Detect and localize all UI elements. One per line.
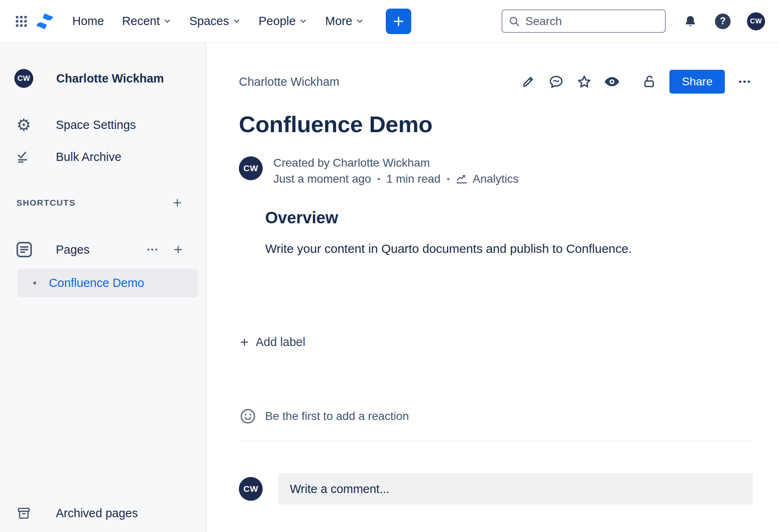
ellipsis-icon <box>738 75 752 89</box>
page-tree-item-confluence-demo[interactable]: • Confluence Demo <box>17 268 198 297</box>
add-label-button[interactable]: Add label <box>239 335 305 349</box>
pages-label: Pages <box>56 243 89 257</box>
page-title: Confluence Demo <box>239 111 753 138</box>
shortcuts-header: SHORTCUTS <box>0 195 206 210</box>
page-body: Overview Write your content in Quarto do… <box>265 209 753 257</box>
space-name: Charlotte Wickham <box>56 72 164 85</box>
notifications-button[interactable] <box>682 13 699 30</box>
breadcrumb[interactable]: Charlotte Wickham <box>239 75 339 89</box>
create-button[interactable] <box>386 9 411 34</box>
sidebar-item-space-settings[interactable]: ⚙ Space Settings <box>0 112 206 138</box>
comments-divider <box>239 441 753 441</box>
app-switcher-button[interactable] <box>12 12 30 30</box>
profile-avatar[interactable]: CW <box>747 12 765 30</box>
nav-item-recent[interactable]: Recent <box>122 14 171 28</box>
share-button-label: Share <box>682 75 713 88</box>
add-label-text: Add label <box>256 335 305 349</box>
star-icon <box>577 74 592 89</box>
reaction-prompt-text: Be the first to add a reaction <box>265 410 409 423</box>
help-button[interactable]: ? <box>715 14 731 29</box>
separator-dot: • <box>377 174 380 184</box>
analytics-label: Analytics <box>472 172 518 186</box>
plus-icon <box>172 197 183 209</box>
restrictions-button[interactable] <box>642 73 658 90</box>
comment-row: CW Write a comment... <box>239 473 753 504</box>
nav-home-label: Home <box>72 14 104 28</box>
archive-box-icon <box>17 506 31 520</box>
star-button[interactable] <box>576 73 592 90</box>
author-avatar[interactable]: CW <box>239 156 263 180</box>
read-time-text: 1 min read <box>386 172 440 186</box>
search-input[interactable] <box>525 15 659 28</box>
page-tree-item-label: Confluence Demo <box>49 276 144 290</box>
comment-button[interactable] <box>548 73 564 90</box>
profile-avatar-initials: CW <box>750 17 762 25</box>
nav-item-home[interactable]: Home <box>72 14 104 28</box>
space-avatar: CW <box>14 69 33 88</box>
add-shortcut-button[interactable] <box>172 197 183 209</box>
nav-item-more[interactable]: More <box>325 14 364 28</box>
bulk-archive-icon <box>17 150 31 164</box>
topnav-right-cluster: ? CW <box>502 9 765 33</box>
add-reaction-button[interactable] <box>239 407 257 425</box>
space-sidebar: CW Charlotte Wickham ⚙ Space Settings Bu… <box>0 43 206 532</box>
question-mark-icon: ? <box>720 16 726 27</box>
nav-people-label: People <box>259 14 296 28</box>
search-icon <box>508 15 520 28</box>
analytics-link[interactable]: Analytics <box>456 172 518 186</box>
page-header-row: Charlotte Wickham Share <box>239 70 753 94</box>
comment-placeholder-text: Write a comment... <box>290 482 390 496</box>
chevron-down-icon <box>163 17 171 25</box>
edit-button[interactable] <box>520 73 536 90</box>
pages-icon <box>15 241 33 259</box>
ellipsis-icon <box>146 243 158 256</box>
sidebar-item-bulk-archive[interactable]: Bulk Archive <box>0 144 206 170</box>
bell-icon <box>684 15 697 28</box>
nav-item-people[interactable]: People <box>259 14 307 28</box>
nav-item-spaces[interactable]: Spaces <box>189 14 241 28</box>
analytics-chart-icon <box>456 173 468 185</box>
page-bullet: • <box>33 277 37 289</box>
confluence-logo-icon <box>35 12 54 31</box>
unlock-icon <box>642 74 657 89</box>
nav-recent-label: Recent <box>122 14 160 28</box>
top-navigation-bar: Home Recent Spaces People More ? <box>0 0 779 43</box>
nav-spaces-label: Spaces <box>189 14 229 28</box>
more-actions-button[interactable] <box>736 73 753 90</box>
commenter-avatar: CW <box>239 477 263 501</box>
comment-bubble-icon <box>549 74 564 89</box>
share-button[interactable]: Share <box>669 70 725 94</box>
confluence-logo[interactable] <box>35 12 54 31</box>
chevron-down-icon <box>233 17 241 25</box>
archived-pages-label: Archived pages <box>56 507 138 520</box>
sidebar-item-archived-pages[interactable]: Archived pages <box>0 500 206 526</box>
sidebar-pages-header[interactable]: Pages <box>0 235 206 264</box>
created-by-text: Created by Charlotte Wickham <box>273 156 519 170</box>
timestamp-text: Just a moment ago <box>273 172 371 186</box>
add-page-button[interactable] <box>172 244 184 255</box>
plus-icon <box>239 337 250 348</box>
author-avatar-initials: CW <box>243 163 258 173</box>
body-heading: Overview <box>265 209 753 227</box>
eye-icon <box>604 74 620 89</box>
page-content-area: Charlotte Wickham Share <box>207 43 779 532</box>
pencil-icon <box>521 74 536 89</box>
byline: CW Created by Charlotte Wickham Just a m… <box>239 156 753 186</box>
watch-button[interactable] <box>604 73 620 90</box>
space-header[interactable]: CW Charlotte Wickham <box>0 69 206 88</box>
shortcuts-label: SHORTCUTS <box>16 198 76 208</box>
pages-more-button[interactable] <box>146 243 158 256</box>
space-settings-label: Space Settings <box>56 118 136 132</box>
gear-icon: ⚙ <box>16 117 31 133</box>
plus-icon <box>172 244 184 255</box>
body-paragraph: Write your content in Quarto documents a… <box>265 241 753 257</box>
page-actions: Share <box>520 70 753 94</box>
chevron-down-icon <box>356 17 364 25</box>
separator-dot: • <box>447 174 449 184</box>
comment-input[interactable]: Write a comment... <box>278 473 753 504</box>
plus-icon <box>392 15 405 28</box>
smiley-icon <box>239 407 257 425</box>
search-box[interactable] <box>502 9 666 33</box>
bulk-archive-label: Bulk Archive <box>56 150 121 164</box>
space-avatar-initials: CW <box>18 74 30 83</box>
